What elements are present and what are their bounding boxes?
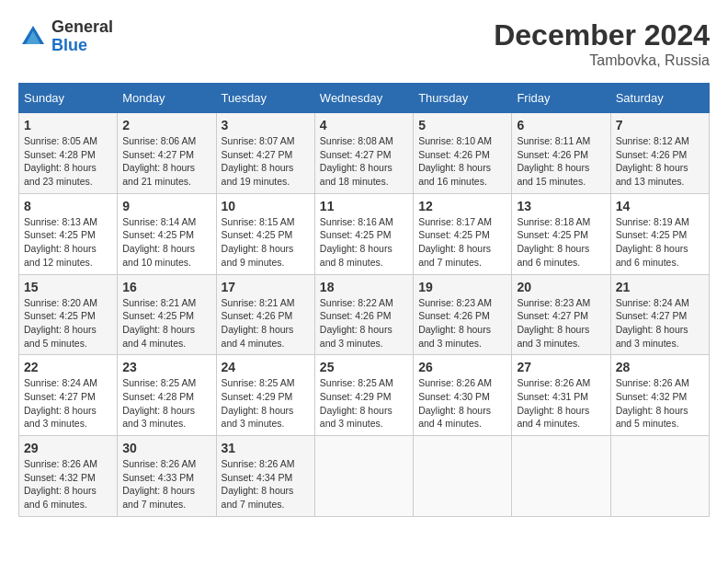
location: Tambovka, Russia bbox=[494, 52, 710, 69]
day-info: Sunrise: 8:10 AMSunset: 4:26 PMDaylight:… bbox=[418, 134, 506, 189]
day-info: Sunrise: 8:25 AMSunset: 4:28 PMDaylight:… bbox=[122, 376, 210, 431]
day-info: Sunrise: 8:12 AMSunset: 4:26 PMDaylight:… bbox=[616, 134, 704, 189]
calendar-day-cell: 17Sunrise: 8:21 AMSunset: 4:26 PMDayligh… bbox=[216, 274, 314, 355]
day-info: Sunrise: 8:08 AMSunset: 4:27 PMDaylight:… bbox=[320, 134, 408, 189]
calendar-day-cell: 29Sunrise: 8:26 AMSunset: 4:32 PMDayligh… bbox=[19, 436, 118, 517]
calendar-day-cell: 19Sunrise: 8:23 AMSunset: 4:26 PMDayligh… bbox=[414, 274, 512, 355]
calendar-day-cell: 24Sunrise: 8:25 AMSunset: 4:29 PMDayligh… bbox=[216, 355, 314, 436]
calendar-day-cell: 12Sunrise: 8:17 AMSunset: 4:25 PMDayligh… bbox=[414, 193, 512, 274]
calendar-day-cell: 25Sunrise: 8:25 AMSunset: 4:29 PMDayligh… bbox=[314, 355, 413, 436]
day-info: Sunrise: 8:19 AMSunset: 4:25 PMDaylight:… bbox=[616, 215, 704, 270]
day-info: Sunrise: 8:05 AMSunset: 4:28 PMDaylight:… bbox=[24, 134, 112, 189]
day-number: 2 bbox=[122, 118, 210, 132]
day-info: Sunrise: 8:24 AMSunset: 4:27 PMDaylight:… bbox=[24, 376, 112, 431]
day-info: Sunrise: 8:25 AMSunset: 4:29 PMDaylight:… bbox=[222, 376, 310, 431]
day-info: Sunrise: 8:26 AMSunset: 4:30 PMDaylight:… bbox=[418, 376, 506, 431]
calendar-day-cell: 10Sunrise: 8:15 AMSunset: 4:25 PMDayligh… bbox=[216, 193, 314, 274]
calendar-week-row: 8Sunrise: 8:13 AMSunset: 4:25 PMDaylight… bbox=[19, 193, 710, 274]
calendar-week-row: 22Sunrise: 8:24 AMSunset: 4:27 PMDayligh… bbox=[19, 355, 710, 436]
calendar-day-cell: 6Sunrise: 8:11 AMSunset: 4:26 PMDaylight… bbox=[512, 113, 610, 194]
month-title: December 2024 bbox=[494, 18, 710, 52]
calendar-day-cell: 1Sunrise: 8:05 AMSunset: 4:28 PMDaylight… bbox=[19, 113, 118, 194]
day-number: 5 bbox=[418, 118, 506, 132]
header-row: SundayMondayTuesdayWednesdayThursdayFrid… bbox=[19, 84, 710, 113]
day-info: Sunrise: 8:24 AMSunset: 4:27 PMDaylight:… bbox=[616, 296, 704, 350]
logo-blue-text: Blue bbox=[51, 37, 113, 55]
day-number: 14 bbox=[616, 199, 704, 213]
calendar-day-cell: 28Sunrise: 8:26 AMSunset: 4:32 PMDayligh… bbox=[610, 355, 709, 436]
calendar-day-cell bbox=[314, 436, 413, 517]
day-info: Sunrise: 8:13 AMSunset: 4:25 PMDaylight:… bbox=[24, 215, 112, 270]
day-of-week-header: Tuesday bbox=[216, 84, 314, 113]
calendar-day-cell: 27Sunrise: 8:26 AMSunset: 4:31 PMDayligh… bbox=[512, 355, 610, 436]
day-number: 13 bbox=[517, 199, 605, 213]
calendar-table: SundayMondayTuesdayWednesdayThursdayFrid… bbox=[18, 83, 710, 517]
logo-icon bbox=[18, 22, 48, 52]
day-number: 17 bbox=[222, 280, 310, 294]
page-header: General Blue December 2024 Tambovka, Rus… bbox=[18, 18, 710, 69]
day-info: Sunrise: 8:23 AMSunset: 4:26 PMDaylight:… bbox=[418, 296, 506, 350]
calendar-day-cell: 13Sunrise: 8:18 AMSunset: 4:25 PMDayligh… bbox=[512, 193, 610, 274]
calendar-day-cell: 18Sunrise: 8:22 AMSunset: 4:26 PMDayligh… bbox=[314, 274, 413, 355]
calendar-week-row: 15Sunrise: 8:20 AMSunset: 4:25 PMDayligh… bbox=[19, 274, 710, 355]
day-number: 10 bbox=[222, 199, 310, 213]
day-info: Sunrise: 8:26 AMSunset: 4:34 PMDaylight:… bbox=[222, 457, 310, 511]
day-of-week-header: Monday bbox=[118, 84, 216, 113]
day-number: 29 bbox=[24, 441, 112, 455]
day-of-week-header: Saturday bbox=[610, 84, 709, 113]
day-info: Sunrise: 8:06 AMSunset: 4:27 PMDaylight:… bbox=[122, 134, 210, 189]
calendar-day-cell: 21Sunrise: 8:24 AMSunset: 4:27 PMDayligh… bbox=[610, 274, 709, 355]
day-info: Sunrise: 8:15 AMSunset: 4:25 PMDaylight:… bbox=[222, 215, 310, 270]
day-number: 9 bbox=[122, 199, 210, 213]
day-number: 28 bbox=[616, 360, 704, 374]
calendar-header: SundayMondayTuesdayWednesdayThursdayFrid… bbox=[19, 84, 710, 113]
calendar-day-cell: 7Sunrise: 8:12 AMSunset: 4:26 PMDaylight… bbox=[610, 113, 709, 194]
day-number: 27 bbox=[517, 360, 605, 374]
calendar-day-cell: 26Sunrise: 8:26 AMSunset: 4:30 PMDayligh… bbox=[414, 355, 512, 436]
calendar-day-cell: 16Sunrise: 8:21 AMSunset: 4:25 PMDayligh… bbox=[118, 274, 216, 355]
day-info: Sunrise: 8:11 AMSunset: 4:26 PMDaylight:… bbox=[517, 134, 605, 189]
calendar-day-cell: 5Sunrise: 8:10 AMSunset: 4:26 PMDaylight… bbox=[414, 113, 512, 194]
calendar-day-cell: 11Sunrise: 8:16 AMSunset: 4:25 PMDayligh… bbox=[314, 193, 413, 274]
day-number: 31 bbox=[222, 441, 310, 455]
day-info: Sunrise: 8:18 AMSunset: 4:25 PMDaylight:… bbox=[517, 215, 605, 270]
day-info: Sunrise: 8:20 AMSunset: 4:25 PMDaylight:… bbox=[24, 296, 112, 350]
calendar-day-cell: 22Sunrise: 8:24 AMSunset: 4:27 PMDayligh… bbox=[19, 355, 118, 436]
calendar-week-row: 29Sunrise: 8:26 AMSunset: 4:32 PMDayligh… bbox=[19, 436, 710, 517]
calendar-day-cell: 31Sunrise: 8:26 AMSunset: 4:34 PMDayligh… bbox=[216, 436, 314, 517]
calendar-day-cell: 14Sunrise: 8:19 AMSunset: 4:25 PMDayligh… bbox=[610, 193, 709, 274]
day-number: 20 bbox=[517, 280, 605, 294]
day-number: 8 bbox=[24, 199, 112, 213]
calendar-body: 1Sunrise: 8:05 AMSunset: 4:28 PMDaylight… bbox=[19, 113, 710, 517]
calendar-day-cell: 2Sunrise: 8:06 AMSunset: 4:27 PMDaylight… bbox=[118, 113, 216, 194]
day-number: 11 bbox=[320, 199, 408, 213]
day-number: 22 bbox=[24, 360, 112, 374]
day-number: 12 bbox=[418, 199, 506, 213]
day-number: 4 bbox=[320, 118, 408, 132]
day-number: 16 bbox=[122, 280, 210, 294]
day-of-week-header: Sunday bbox=[19, 84, 118, 113]
calendar-day-cell: 3Sunrise: 8:07 AMSunset: 4:27 PMDaylight… bbox=[216, 113, 314, 194]
calendar-day-cell bbox=[414, 436, 512, 517]
day-of-week-header: Wednesday bbox=[314, 84, 413, 113]
day-info: Sunrise: 8:21 AMSunset: 4:25 PMDaylight:… bbox=[122, 296, 210, 350]
day-of-week-header: Thursday bbox=[414, 84, 512, 113]
title-section: December 2024 Tambovka, Russia bbox=[494, 18, 710, 69]
day-of-week-header: Friday bbox=[512, 84, 610, 113]
day-info: Sunrise: 8:23 AMSunset: 4:27 PMDaylight:… bbox=[517, 296, 605, 350]
calendar-day-cell: 9Sunrise: 8:14 AMSunset: 4:25 PMDaylight… bbox=[118, 193, 216, 274]
day-number: 15 bbox=[24, 280, 112, 294]
calendar-day-cell: 23Sunrise: 8:25 AMSunset: 4:28 PMDayligh… bbox=[118, 355, 216, 436]
calendar-day-cell bbox=[512, 436, 610, 517]
calendar-day-cell: 8Sunrise: 8:13 AMSunset: 4:25 PMDaylight… bbox=[19, 193, 118, 274]
calendar-day-cell: 15Sunrise: 8:20 AMSunset: 4:25 PMDayligh… bbox=[19, 274, 118, 355]
day-number: 24 bbox=[222, 360, 310, 374]
logo: General Blue bbox=[18, 18, 113, 55]
calendar-day-cell bbox=[610, 436, 709, 517]
day-info: Sunrise: 8:16 AMSunset: 4:25 PMDaylight:… bbox=[320, 215, 408, 270]
day-number: 19 bbox=[418, 280, 506, 294]
day-number: 7 bbox=[616, 118, 704, 132]
day-number: 26 bbox=[418, 360, 506, 374]
calendar-day-cell: 30Sunrise: 8:26 AMSunset: 4:33 PMDayligh… bbox=[118, 436, 216, 517]
day-info: Sunrise: 8:26 AMSunset: 4:33 PMDaylight:… bbox=[122, 457, 210, 511]
